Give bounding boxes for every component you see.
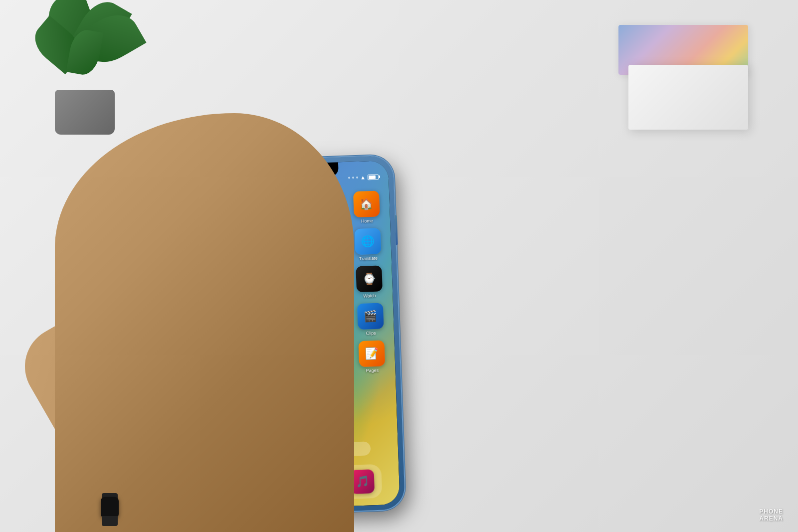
app-icon-clips: 🎬 xyxy=(357,303,384,330)
app-label-home: Home xyxy=(361,218,373,224)
app-item-translate[interactable]: 🌐 Translate xyxy=(351,228,385,261)
app-icon-home: 🏠 xyxy=(353,190,380,217)
app-label-clips: Clips xyxy=(366,331,376,336)
status-icons: ▲ xyxy=(348,174,379,180)
watermark-line2: ARENA xyxy=(759,515,783,522)
app-label-translate: Translate xyxy=(359,256,378,261)
app-label-watch: Watch xyxy=(363,293,376,299)
watch-band-bottom xyxy=(102,516,118,526)
app-icon-pages: 📝 xyxy=(358,340,385,367)
apple-box xyxy=(618,30,758,130)
signal-dot-2 xyxy=(352,177,354,178)
app-label-pages: Pages xyxy=(366,368,379,373)
signal-dot-1 xyxy=(348,177,350,178)
app-icon-watch: ⌚ xyxy=(356,265,383,292)
hand-background xyxy=(55,113,354,532)
app-icon-translate: 🌐 xyxy=(354,228,381,255)
battery-fill xyxy=(369,175,376,178)
power-button[interactable] xyxy=(395,215,398,245)
hand-area: 10:14 ▲ 🌤 Weat xyxy=(80,113,454,532)
app-item-home[interactable]: 🏠 Home xyxy=(350,190,384,224)
signal-dot-3 xyxy=(356,177,358,178)
watermark-line1: PHONE xyxy=(759,508,783,515)
wifi-icon: ▲ xyxy=(360,174,366,180)
box-main xyxy=(628,65,748,130)
wrist-watch xyxy=(90,497,130,522)
app-item-pages[interactable]: 📝 Pages xyxy=(355,340,389,373)
watermark: PHONE ARENA xyxy=(759,508,783,522)
app-item-watch[interactable]: ⌚ Watch xyxy=(353,265,386,299)
battery-icon xyxy=(368,174,379,180)
watch-face xyxy=(101,497,119,518)
plant-leaves xyxy=(35,0,135,95)
app-item-clips[interactable]: 🎬 Clips xyxy=(354,303,387,336)
